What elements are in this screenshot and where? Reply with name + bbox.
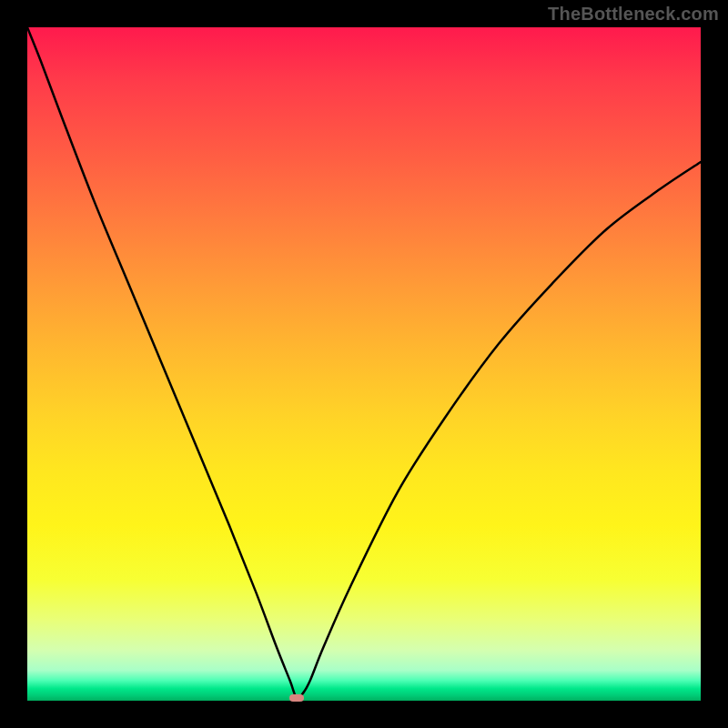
bottleneck-curve bbox=[27, 27, 701, 701]
chart-frame: TheBottleneck.com bbox=[0, 0, 728, 728]
watermark-text: TheBottleneck.com bbox=[548, 4, 719, 25]
kink-marker bbox=[289, 694, 304, 702]
plot-area bbox=[27, 27, 701, 701]
